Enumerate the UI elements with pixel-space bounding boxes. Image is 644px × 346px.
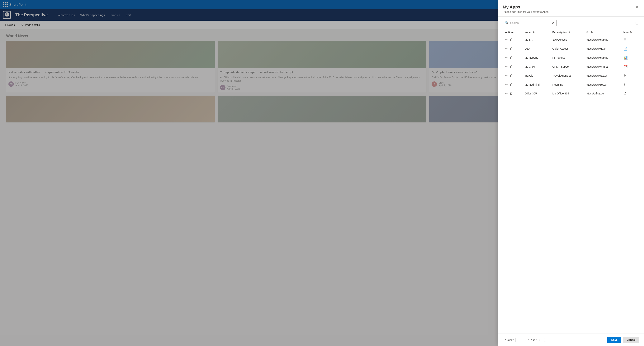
col-url[interactable]: Url ⇅ xyxy=(584,29,621,35)
sort-icon-url: ⇅ xyxy=(591,31,592,33)
app-url-2: https://www.sap.pt xyxy=(584,53,621,62)
apps-table-body: ✏ 🗑 My SAPSAP Accesshttps://www.sap.pt⊞ … xyxy=(503,35,640,98)
app-icon-5: ? xyxy=(621,80,640,89)
table-row: ✏ 🗑 TravelsTravel Agencieshttps://www.ta… xyxy=(503,71,640,80)
app-url-6: https://office.com xyxy=(584,89,621,98)
first-page-button[interactable]: ⟨⟨ xyxy=(517,338,522,342)
delete-icon-1[interactable]: 🗑 xyxy=(510,47,513,50)
grid-view-button[interactable]: ⊞ xyxy=(634,20,640,26)
app-description-3: CRM - Support xyxy=(550,62,584,71)
app-name-0: My SAP xyxy=(522,35,550,44)
edit-icon-5[interactable]: ✏ xyxy=(505,83,508,86)
chevron-down-icon-pagination: ▾ xyxy=(512,339,514,342)
delete-icon-3[interactable]: 🗑 xyxy=(510,65,513,68)
row-actions-1: ✏ 🗑 xyxy=(505,47,520,51)
rows-per-page-select[interactable]: 7 rows ▾ xyxy=(503,338,516,342)
modal-toolbar: 🔍 ✕ ⊞ xyxy=(503,20,640,26)
modal-header: My Apps Please add links for your favori… xyxy=(498,0,644,17)
app-url-5: https://www.red.pt xyxy=(584,80,621,89)
app-name-3: My CRM xyxy=(522,62,550,71)
row-actions-2: ✏ 🗑 xyxy=(505,56,520,60)
next-page-button[interactable]: › xyxy=(538,338,542,342)
row-actions-3: ✏ 🗑 xyxy=(505,65,520,69)
app-icon-4: ✈ xyxy=(621,71,640,80)
edit-icon-3[interactable]: ✏ xyxy=(505,65,508,69)
modal-overlay: My Apps Please add links for your favori… xyxy=(0,0,644,346)
delete-icon-5[interactable]: 🗑 xyxy=(510,83,513,86)
app-icon-6: 🗋 xyxy=(621,89,640,98)
edit-icon-0[interactable]: ✏ xyxy=(505,38,508,42)
sort-icon-icon: ⇅ xyxy=(630,31,632,33)
app-name-1: Q&A xyxy=(522,44,550,53)
modal-subtitle: Please add links for your favorite Apps xyxy=(503,10,548,13)
edit-icon-1[interactable]: ✏ xyxy=(505,47,508,51)
table-row: ✏ 🗑 My RedmindRedmindhttps://www.red.pt? xyxy=(503,80,640,89)
row-actions-4: ✏ 🗑 xyxy=(505,74,520,78)
row-actions-6: ✏ 🗑 xyxy=(505,92,520,95)
page-info: 1-7 of 7 xyxy=(528,339,537,342)
col-description[interactable]: Derscription ⇅ xyxy=(550,29,584,35)
col-actions: Actions xyxy=(503,29,522,35)
app-name-2: My Reports xyxy=(522,53,550,62)
row-actions-0: ✏ 🗑 xyxy=(505,38,520,42)
prev-page-button[interactable]: ‹ xyxy=(523,338,526,342)
delete-icon-6[interactable]: 🗑 xyxy=(510,92,513,95)
modal-search-input[interactable] xyxy=(510,21,550,24)
modal-close-button[interactable]: ✕ xyxy=(635,4,640,9)
app-icon-3: 📅 xyxy=(621,62,640,71)
app-description-2: FI Reports xyxy=(550,53,584,62)
sort-icon-name: ⇅ xyxy=(533,31,534,33)
app-name-4: Travels xyxy=(522,71,550,80)
apps-table: Actions Name ⇅ Derscription ⇅ Url ⇅ xyxy=(503,29,640,98)
app-description-5: Redmind xyxy=(550,80,584,89)
app-description-0: SAP Access xyxy=(550,35,584,44)
modal-title: My Apps xyxy=(503,4,548,9)
my-apps-modal: My Apps Please add links for your favori… xyxy=(498,0,644,346)
rows-per-page-label: 7 rows xyxy=(504,339,512,342)
table-header: Actions Name ⇅ Derscription ⇅ Url ⇅ xyxy=(503,29,640,35)
search-icon: 🔍 xyxy=(505,21,509,25)
modal-body: 🔍 ✕ ⊞ Actions Name ⇅ xyxy=(498,17,644,334)
app-icon-2: 📊 xyxy=(621,53,640,62)
app-description-4: Travel Agencies xyxy=(550,71,584,80)
edit-icon-2[interactable]: ✏ xyxy=(505,56,508,60)
edit-icon-6[interactable]: ✏ xyxy=(505,92,508,95)
app-icon-1: 📄 xyxy=(621,44,640,53)
table-row: ✏ 🗑 Q&AQuick Accesshttps://www.qa.pt📄 xyxy=(503,44,640,53)
app-name-6: Office 365 xyxy=(522,89,550,98)
table-row: ✏ 🗑 My ReportsFI Reportshttps://www.sap.… xyxy=(503,53,640,62)
col-icon[interactable]: Icon ⇅ xyxy=(621,29,640,35)
app-name-5: My Redmind xyxy=(522,80,550,89)
app-url-3: https://www.crm.pt xyxy=(584,62,621,71)
last-page-button[interactable]: ⟩⟩ xyxy=(543,338,548,342)
app-url-0: https://www.sap.pt xyxy=(584,35,621,44)
app-url-1: https://www.qa.pt xyxy=(584,44,621,53)
modal-header-text: My Apps Please add links for your favori… xyxy=(503,4,548,13)
clear-search-icon[interactable]: ✕ xyxy=(552,21,554,25)
modal-search-box[interactable]: 🔍 ✕ xyxy=(503,20,556,26)
table-row: ✏ 🗑 My SAPSAP Accesshttps://www.sap.pt⊞ xyxy=(503,35,640,44)
row-actions-5: ✏ 🗑 xyxy=(505,83,520,86)
app-icon-0: ⊞ xyxy=(621,35,640,44)
delete-icon-4[interactable]: 🗑 xyxy=(510,74,513,77)
app-url-4: https://www.tap.pt xyxy=(584,71,621,80)
delete-icon-2[interactable]: 🗑 xyxy=(510,56,513,59)
cancel-button[interactable]: Cancel xyxy=(623,337,640,343)
save-button[interactable]: Save xyxy=(607,337,621,343)
app-description-1: Quick Access xyxy=(550,44,584,53)
delete-icon-0[interactable]: 🗑 xyxy=(510,38,513,41)
modal-footer: 7 rows ▾ ⟨⟨ ‹ 1-7 of 7 › ⟩⟩ Save Cancel xyxy=(498,334,644,346)
app-description-6: My Office 365 xyxy=(550,89,584,98)
edit-icon-4[interactable]: ✏ xyxy=(505,74,508,78)
sort-icon-description: ⇅ xyxy=(568,31,570,33)
table-row: ✏ 🗑 My CRMCRM - Supporthttps://www.crm.p… xyxy=(503,62,640,71)
pagination: 7 rows ▾ ⟨⟨ ‹ 1-7 of 7 › ⟩⟩ xyxy=(503,338,548,342)
table-row: ✏ 🗑 Office 365My Office 365https://offic… xyxy=(503,89,640,98)
col-name[interactable]: Name ⇅ xyxy=(522,29,550,35)
